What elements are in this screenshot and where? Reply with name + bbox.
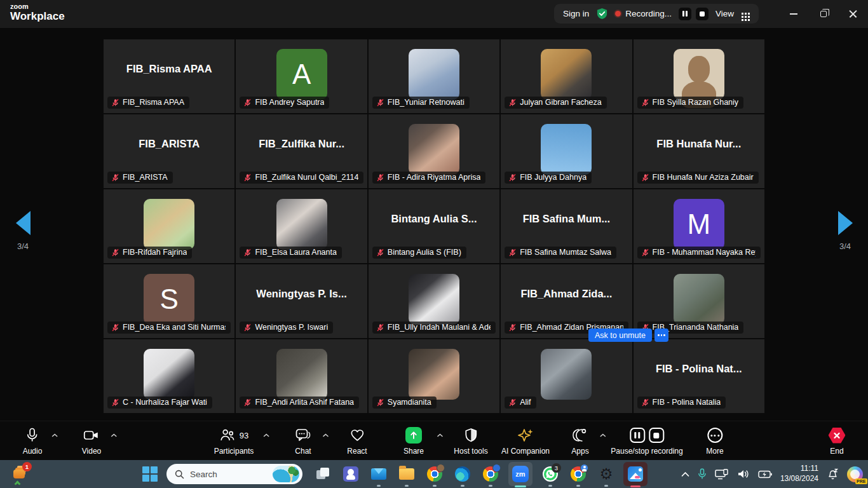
ai-sparkle-icon: [517, 428, 534, 443]
search-input[interactable]: Search: [166, 464, 302, 484]
participant-tile[interactable]: FIB - Adira Riyatma Aprisa: [369, 114, 499, 188]
audio-options-caret[interactable]: [51, 433, 58, 438]
tray-notifications-bell-icon[interactable]: [827, 468, 839, 480]
stop-recording-toolbar-icon[interactable]: [649, 428, 664, 443]
pause-stop-recording-button[interactable]: Pause/stop recording: [611, 427, 682, 456]
tray-overflow-chevron-icon[interactable]: [681, 471, 689, 477]
participant-avatar: [541, 49, 592, 100]
security-shield-icon[interactable]: [596, 8, 608, 20]
more-button[interactable]: More: [706, 427, 723, 456]
host-tools-button[interactable]: Host tools: [454, 427, 487, 456]
participant-avatar: S: [144, 274, 194, 325]
participant-name-text: FIB - Adira Riyatma Aprisa: [388, 173, 481, 182]
recording-controls: [679, 8, 709, 20]
gallery-next-page[interactable]: 3/4: [826, 211, 864, 251]
react-label: React: [347, 447, 367, 456]
participant-tile[interactable]: FIB Syilla Razan Ghaniy: [634, 39, 764, 113]
participant-tile[interactable]: FIB Hunafa Nur... FIB Hunafa Nur Aziza Z…: [634, 114, 764, 188]
participant-tile[interactable]: Alif: [501, 339, 632, 413]
photos-app-button[interactable]: [620, 460, 651, 488]
start-button[interactable]: [142, 466, 158, 482]
end-meeting-button[interactable]: End: [829, 427, 846, 456]
pause-recording-icon[interactable]: [679, 8, 691, 20]
participant-avatar: [409, 274, 459, 325]
participant-tile[interactable]: FIB_ARISTA FIB_ARISTA: [104, 114, 234, 188]
participant-tile[interactable]: FIB_Triananda Nathania: [634, 264, 764, 338]
video-options-caret[interactable]: [111, 433, 118, 438]
participant-tile[interactable]: S FIB_Dea Eka and Siti Nurmasyi...: [104, 264, 234, 338]
audio-button[interactable]: Audio: [23, 427, 43, 456]
edge-button[interactable]: [449, 460, 477, 488]
apps-options-caret[interactable]: [599, 433, 606, 438]
participant-tile[interactable]: Bintang Aulia S... Bintang Aulia S (FIB): [369, 189, 499, 263]
apps-button[interactable]: Apps: [571, 427, 588, 456]
tray-clock[interactable]: 11:11 13/08/2024: [780, 464, 818, 484]
recording-dot-icon: [615, 11, 621, 17]
chat-options-caret[interactable]: [322, 433, 329, 438]
participant-tile[interactable]: FIB Safina Mum... FIB Safina Mumtaz Salw…: [501, 189, 632, 263]
teams-button[interactable]: [337, 460, 365, 488]
sign-in-button[interactable]: Sign in: [563, 9, 589, 18]
tray-battery-icon[interactable]: [758, 470, 772, 478]
next-arrow-icon[interactable]: [838, 211, 853, 235]
zoom-app-button[interactable]: zm: [505, 460, 536, 488]
ai-companion-button[interactable]: AI Companion: [501, 427, 550, 456]
participant-tile[interactable]: FIB_Ahmad Zida... FIB_Ahmad Zidan Prisma…: [501, 264, 632, 338]
participant-tile[interactable]: Weningtyas P. Is... Weningtyas P. Iswari: [236, 264, 367, 338]
participant-name-badge: FIB_Dea Eka and Siti Nurmasyi...: [107, 322, 231, 334]
participant-tile[interactable]: FIB_Ully Indah Maulani & Adel...: [369, 264, 499, 338]
chrome-profile3-button[interactable]: [564, 460, 592, 488]
participants-button[interactable]: 93 Participants: [214, 427, 254, 456]
file-explorer-button[interactable]: [393, 460, 421, 488]
participant-tile[interactable]: FIB_Andi Arlita Ashif Fatana: [236, 339, 367, 413]
participant-tile[interactable]: FIB_Risma APAA FIB_Risma APAA: [104, 39, 234, 113]
participant-tile[interactable]: FIB_Zulfika Nur... FIB_Zulfika Nurul Qal…: [236, 114, 367, 188]
gallery-prev-page[interactable]: 3/4: [4, 211, 42, 251]
participant-tile[interactable]: FIB-Rifdah Fajrina: [104, 189, 234, 263]
participant-tile[interactable]: FIB_Elsa Laura Ananta: [236, 189, 367, 263]
chat-button[interactable]: Chat: [295, 427, 311, 456]
participant-tile[interactable]: Syamdianita: [369, 339, 499, 413]
taskbar-notification-app[interactable]: 1: [11, 464, 31, 484]
restore-button[interactable]: [808, 0, 838, 28]
restore-icon: [820, 11, 827, 17]
participant-tile[interactable]: M FIB - Muhammad Nayaka Rey...: [634, 189, 764, 263]
participant-name-badge: FIB - Adira Riyatma Aprisa: [372, 172, 486, 184]
participant-name-badge: FIB - Muhammad Nayaka Rey...: [637, 247, 761, 259]
video-button[interactable]: Video: [82, 427, 101, 456]
ask-to-unmute-button[interactable]: Ask to unmute: [588, 329, 652, 342]
stop-recording-icon[interactable]: [696, 8, 709, 20]
task-view-icon: [316, 468, 329, 480]
participant-name-badge: FIB_ARISTA: [107, 172, 173, 184]
view-button[interactable]: View: [715, 9, 750, 18]
pause-recording-toolbar-icon[interactable]: [630, 428, 645, 443]
participant-tile[interactable]: A FIB Andrey Saputra: [236, 39, 367, 113]
participant-tile[interactable]: Julyan Gibran Facheza: [501, 39, 632, 113]
tray-display-icon[interactable]: [715, 469, 729, 480]
participant-tile[interactable]: FIB Julyya Dahnya: [501, 114, 632, 188]
share-options-caret[interactable]: [437, 433, 444, 438]
participant-tile[interactable]: FIB - Polina Nat... FIB - Polina Natalia: [634, 339, 764, 413]
minimize-button[interactable]: [778, 0, 808, 28]
tray-volume-icon[interactable]: [737, 469, 750, 479]
participant-more-options-button[interactable]: [654, 329, 668, 342]
mail-button[interactable]: [365, 460, 393, 488]
chrome-profile2-button[interactable]: [477, 460, 505, 488]
close-button[interactable]: [838, 0, 868, 28]
task-view-button[interactable]: [309, 460, 337, 488]
participant-tile[interactable]: FIB_Yuniar Retnowati: [369, 39, 499, 113]
tray-microphone-icon[interactable]: [698, 468, 707, 480]
chrome-profile-badge: [492, 464, 501, 472]
participant-avatar: [409, 124, 459, 175]
copilot-icon[interactable]: PRE: [847, 466, 863, 482]
whatsapp-button[interactable]: 3: [536, 460, 564, 488]
chrome-profile1-button[interactable]: [421, 460, 449, 488]
settings-button[interactable]: ⚙: [592, 460, 620, 488]
participant-tile[interactable]: C - Nurhaliza Fajar Wati: [104, 339, 234, 413]
participants-options-caret[interactable]: [263, 433, 270, 438]
prev-arrow-icon[interactable]: [16, 211, 31, 235]
page-indicator-right: 3/4: [826, 241, 864, 251]
share-button[interactable]: Share: [403, 427, 424, 456]
react-button[interactable]: React: [347, 427, 367, 456]
search-daily-image[interactable]: [273, 466, 299, 482]
